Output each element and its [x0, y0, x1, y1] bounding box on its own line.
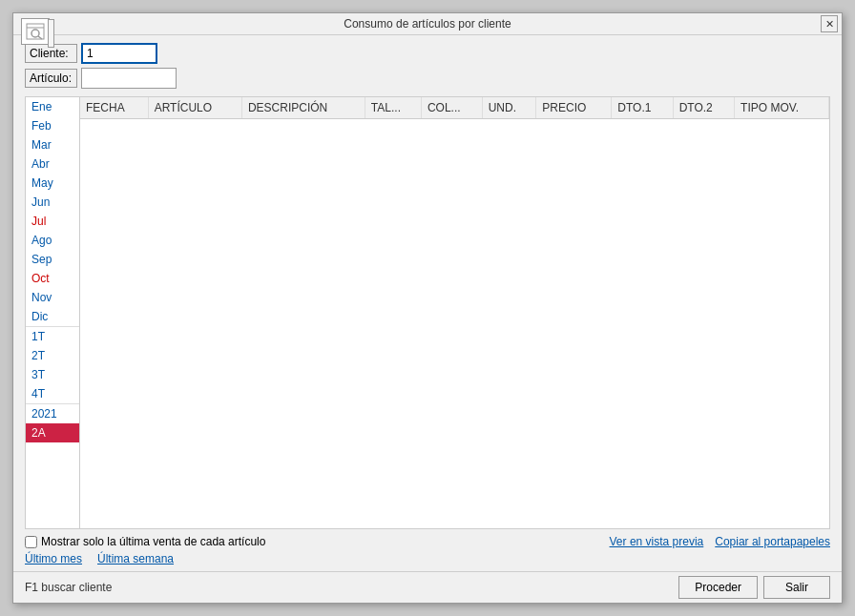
col-header-tal: TAL... [365, 97, 421, 119]
last-month-link[interactable]: Último mes [25, 552, 82, 565]
month-item-2t[interactable]: 2T [26, 346, 79, 365]
month-panel: EneFebMarAbrMayJunJulAgoSepOctNovDic1T2T… [25, 96, 80, 529]
data-table-container[interactable]: FECHAARTÍCULODESCRIPCIÓNTAL...COL...UND.… [80, 96, 830, 529]
col-header-descripcion: DESCRIPCIÓN [241, 97, 365, 119]
help-text: F1 buscar cliente [25, 581, 112, 594]
month-item-2a[interactable]: 2A [26, 423, 79, 442]
col-header-dto1: DTO.1 [612, 97, 673, 119]
last-week-link[interactable]: Última semana [97, 552, 174, 565]
svg-point-2 [31, 30, 39, 37]
month-item-oct[interactable]: Oct [26, 269, 79, 288]
month-item-1t[interactable]: 1T [26, 326, 79, 346]
cliente-input[interactable] [81, 43, 157, 64]
col-header-col: COL... [421, 97, 482, 119]
month-item-ene[interactable]: Ene [26, 97, 79, 116]
month-item-mar[interactable]: Mar [26, 135, 79, 154]
month-item-abr[interactable]: Abr [26, 154, 79, 174]
footer-top: Mostrar solo la última venta de cada art… [25, 535, 830, 548]
month-item-2021[interactable]: 2021 [26, 403, 79, 423]
table-header-row: FECHAARTÍCULODESCRIPCIÓNTAL...COL...UND.… [80, 97, 829, 119]
checkbox-row: Mostrar solo la última venta de cada art… [25, 535, 265, 548]
articulo-label: Artículo: [25, 69, 77, 88]
month-item-jul[interactable]: Jul [26, 212, 79, 231]
button-group: Proceder Salir [678, 576, 830, 599]
articulo-input[interactable] [81, 68, 177, 89]
form-section: Cliente: Artículo: [13, 35, 842, 96]
data-table: FECHAARTÍCULODESCRIPCIÓNTAL...COL...UND.… [80, 97, 829, 119]
main-content: EneFebMarAbrMayJunJulAgoSepOctNovDic1T2T… [13, 96, 842, 529]
footer-bottom: Último mes Última semana [25, 552, 830, 565]
col-header-und: UND. [482, 97, 536, 119]
month-item-dic[interactable]: Dic [26, 307, 79, 326]
col-header-tipomov: TIPO MOV. [735, 97, 829, 119]
proceder-button[interactable]: Proceder [678, 576, 758, 599]
month-item-jun[interactable]: Jun [26, 193, 79, 212]
preview-link[interactable]: Ver en vista previa [610, 535, 704, 548]
month-item-3t[interactable]: 3T [26, 365, 79, 384]
close-button[interactable]: ✕ [821, 15, 838, 32]
title-bar: Consumo de artículos por cliente ✕ [13, 13, 842, 35]
copy-link[interactable]: Copiar al portapapeles [715, 535, 830, 548]
month-item-ago[interactable]: Ago [26, 231, 79, 250]
month-item-nov[interactable]: Nov [26, 288, 79, 307]
status-bar: F1 buscar cliente Proceder Salir [13, 571, 842, 603]
footer-links: Ver en vista previa Copiar al portapapel… [610, 535, 830, 548]
window-title: Consumo de artículos por cliente [344, 17, 511, 31]
app-icon [21, 18, 50, 45]
last-sale-checkbox[interactable] [25, 536, 37, 548]
window-icon [21, 17, 78, 46]
month-item-may[interactable]: May [26, 174, 79, 193]
col-header-fecha: FECHA [80, 97, 148, 119]
footer-section: Mostrar solo la última venta de cada art… [13, 529, 842, 571]
month-item-sep[interactable]: Sep [26, 250, 79, 269]
salir-button[interactable]: Salir [763, 576, 830, 599]
col-header-articulo: ARTÍCULO [148, 97, 241, 119]
col-header-dto2: DTO.2 [673, 97, 734, 119]
month-item-feb[interactable]: Feb [26, 116, 79, 135]
col-header-precio: PRECIO [536, 97, 612, 119]
articulo-row: Artículo: [25, 68, 830, 89]
checkbox-label: Mostrar solo la última venta de cada art… [41, 535, 265, 548]
month-item-4t[interactable]: 4T [26, 384, 79, 403]
main-window: Consumo de artículos por cliente ✕ Clien… [12, 12, 843, 604]
cliente-row: Cliente: [25, 43, 830, 64]
